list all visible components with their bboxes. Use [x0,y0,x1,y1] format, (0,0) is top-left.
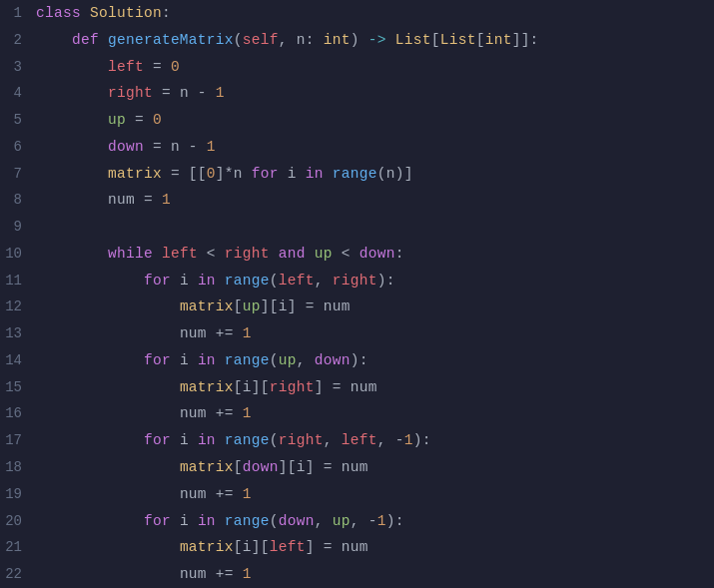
token [36,459,180,475]
token: = n - [144,139,207,155]
token: range [225,513,270,529]
token: for [144,273,171,289]
line-content: num += 1 [36,320,252,347]
token: right [270,379,315,395]
line-number: 10 [0,241,36,268]
code-line: 13 num += 1 [0,320,714,347]
code-editor: 1class Solution:2 def generateMatrix(sel… [0,0,714,588]
token: int [485,32,512,48]
line-number: 11 [0,268,36,294]
token: [ [476,32,485,48]
token [36,513,144,529]
token: matrix [108,166,162,182]
token: num += [180,405,243,421]
line-number: 14 [0,347,36,374]
token: while [108,246,153,262]
token: ][i] = num [261,298,351,314]
token: matrix [180,298,234,314]
token: 0 [171,59,180,75]
token: i [171,432,198,448]
code-line: 12 matrix[up][i] = num [0,294,714,320]
token: , - [377,432,404,448]
line-content: class Solution: [36,0,171,27]
line-content: up = 0 [36,107,162,134]
line-number: 7 [0,161,36,188]
token: i [171,513,198,529]
token [216,432,225,448]
token: , - [351,513,377,529]
token [36,405,180,421]
token [36,298,180,314]
token: self [243,32,279,48]
line-number: 3 [0,54,36,81]
token [306,246,315,262]
line-content: matrix = [[0]*n for i in range(n)] [36,161,413,188]
line-content: matrix[i][right] = num [36,374,377,401]
token: left [279,273,315,289]
token: range [225,273,270,289]
token: 1 [162,192,171,208]
token: int [324,32,351,48]
token: 0 [153,112,162,128]
token: ( [270,432,279,448]
token: class [36,5,90,21]
token [216,352,225,368]
token: down [279,513,315,529]
token: right [279,432,324,448]
token: [i][ [234,539,270,555]
token: 1 [243,486,252,502]
code-line: 4 right = n - 1 [0,80,714,107]
line-number: 13 [0,320,36,347]
code-line: 22 num += 1 [0,561,714,588]
code-line: 15 matrix[i][right] = num [0,374,714,401]
token: ): [351,352,368,368]
token: (n)] [377,166,413,182]
token: up [243,298,261,314]
token [270,246,279,262]
token: , [297,352,315,368]
token: left [162,246,198,262]
token: 1 [243,325,252,341]
token: for [144,432,171,448]
token: in [198,432,216,448]
token: in [198,273,216,289]
line-number: 2 [0,27,36,54]
token: right [108,85,153,101]
token: : [395,246,404,262]
token: ]*n [216,166,252,182]
token: up [279,352,297,368]
token [36,273,144,289]
token: 1 [243,405,252,421]
line-content: num += 1 [36,400,252,427]
code-line: 18 matrix[down][i] = num [0,454,714,481]
token: 1 [216,85,225,101]
token: Solution [90,5,162,21]
line-content: num += 1 [36,481,252,508]
code-line: 2 def generateMatrix(self, n: int) -> Li… [0,27,714,54]
token: up [315,246,333,262]
token [216,513,225,529]
line-content: matrix[i][left] = num [36,534,368,561]
line-number: 4 [0,80,36,107]
token: 1 [243,566,252,582]
token: num += [180,325,243,341]
token: right [333,273,377,289]
token: : [162,5,171,21]
token: range [225,352,270,368]
code-line: 1class Solution: [0,0,714,27]
token: ( [270,273,279,289]
token: ): [377,273,395,289]
token: [ [234,459,243,475]
token: ( [270,513,279,529]
token: in [306,166,324,182]
code-line: 3 left = 0 [0,54,714,81]
code-line: 11 for i in range(left, right): [0,268,714,294]
token: 1 [404,432,413,448]
token: up [108,112,126,128]
token: left [108,59,144,75]
token: matrix [180,539,234,555]
line-content: left = 0 [36,54,180,81]
line-number: 1 [0,0,36,27]
line-content: matrix[up][i] = num [36,294,351,320]
token [36,325,180,341]
